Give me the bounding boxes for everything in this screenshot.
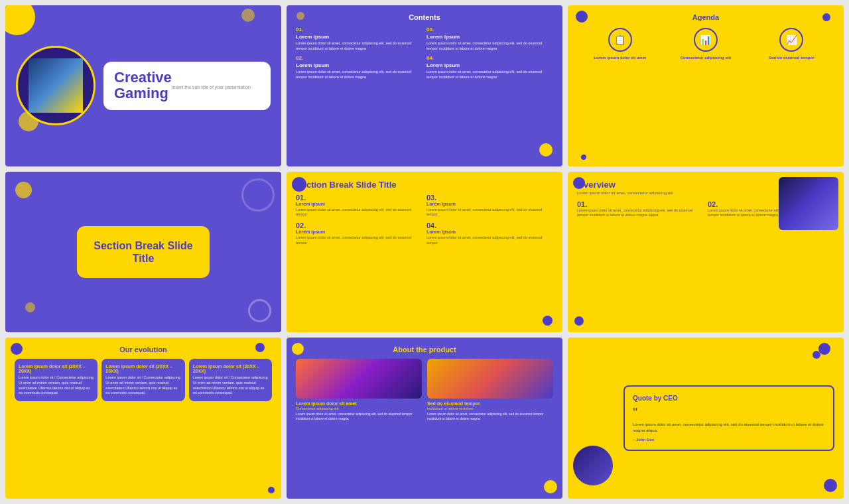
slide-1-image bbox=[16, 46, 96, 125]
slide-5: Section Break Slide Title 01. Lorem ipsu… bbox=[287, 172, 562, 333]
quote-title: Quote by CEO bbox=[633, 395, 825, 402]
point-text-04: Lorem ipsum dolor sit amet, consectetur … bbox=[426, 235, 553, 245]
agenda-icon-2: 📊 bbox=[694, 28, 718, 52]
point-02: 02. Lorem ipsum Lorem ipsum dolor sit am… bbox=[296, 221, 423, 245]
product-img-1 bbox=[296, 359, 422, 399]
content-item-03: 03. Lorem ipsum Lorem ipsum dolor sit am… bbox=[426, 27, 553, 51]
deco-circle-1 bbox=[5, 5, 35, 35]
point-title-04: Lorem ipsum bbox=[426, 229, 553, 234]
deco-s2-1 bbox=[539, 143, 553, 157]
point-text-02: Lorem ipsum dolor sit amet, consectetur … bbox=[296, 235, 423, 245]
slide-5-title: Section Break Slide Title bbox=[296, 180, 553, 190]
agenda-label-2: Consectetur adipiscing elit bbox=[663, 56, 748, 61]
tl-text-1: Lorem ipsum dolor sit / Consectetur adip… bbox=[19, 375, 94, 396]
slide-2-heading: Contents bbox=[296, 13, 553, 21]
content-num-01: 01. bbox=[296, 27, 423, 32]
content-title-04: Lorem ipsum bbox=[426, 62, 553, 68]
slide-1-subtitle: Insert the sub title of your presentatio… bbox=[172, 85, 251, 90]
tl-text-2: Lorem ipsum dolor sit / Consectetur adip… bbox=[105, 375, 180, 396]
quote-box: Quote by CEO " Lorem ipsum dolor sit ame… bbox=[623, 385, 834, 451]
content-title-01: Lorem ipsum bbox=[296, 34, 423, 40]
slide-3-heading: Agenda bbox=[577, 13, 834, 21]
content-text-01: Lorem ipsum dolor sit amet, consectetur … bbox=[296, 41, 423, 51]
quote-author: – John Doe bbox=[633, 438, 825, 442]
point-01: 01. Lorem ipsum Lorem ipsum dolor sit am… bbox=[296, 194, 423, 218]
slide-4-title-box: Section Break Slide Title bbox=[77, 226, 210, 278]
content-num-03: 03. bbox=[426, 27, 553, 32]
deco-s9-2 bbox=[813, 351, 820, 359]
product-item-2: Sed do eiusmod tempor Incididunt ut labo… bbox=[427, 359, 553, 420]
tl-item-1: Lorem ipsum dolor sit (20XX – 20XX) Lore… bbox=[15, 359, 98, 401]
deco-s4-3 bbox=[241, 178, 275, 212]
content-text-02: Lorem ipsum dolor sit amet, consectetur … bbox=[296, 70, 423, 80]
content-text-04: Lorem ipsum dolor sit amet, consectetur … bbox=[426, 70, 553, 80]
deco-circle-3 bbox=[241, 9, 255, 22]
agenda-item-2: 📊 Consectetur adipiscing elit bbox=[663, 28, 748, 61]
point-title-02: Lorem ipsum bbox=[296, 229, 423, 234]
slide-9: Quote by CEO " Lorem ipsum dolor sit ame… bbox=[568, 338, 844, 499]
quote-container: Quote by CEO " Lorem ipsum dolor sit ame… bbox=[623, 385, 834, 451]
content-num-04: 04. bbox=[426, 55, 553, 61]
point-num-03: 03. bbox=[426, 194, 553, 202]
ov-item-01: 01. Lorem ipsum dolor sit amet, consecte… bbox=[577, 200, 704, 218]
content-text-03: Lorem ipsum dolor sit amet, consectetur … bbox=[426, 41, 553, 51]
point-text-01: Lorem ipsum dolor sit amet, consectetur … bbox=[296, 208, 423, 218]
point-03: 03. Lorem ipsum Lorem ipsum dolor sit am… bbox=[426, 194, 553, 218]
slide-4-title: Section Break Slide Title bbox=[93, 239, 194, 265]
product-text-1: Lorem ipsum dolor sit amet, consectetur … bbox=[296, 412, 422, 420]
slide-4: Section Break Slide Title bbox=[5, 172, 281, 333]
point-num-01: 01. bbox=[296, 194, 423, 202]
slide-8-heading: About the product bbox=[296, 346, 553, 353]
product-title-2: Sed do eiusmod tempor bbox=[427, 401, 553, 406]
slide-8: About the product Lorem ipsum dolor sit … bbox=[287, 338, 562, 499]
content-title-03: Lorem ipsum bbox=[426, 34, 553, 40]
point-title-01: Lorem ipsum bbox=[296, 202, 423, 206]
deco-s8-2 bbox=[544, 480, 557, 493]
tl-date-2: Lorem ipsum dolor sit (20XX – 20XX) bbox=[105, 364, 180, 373]
tl-item-3: Lorem ipsum dolor sit (20XX – 20XX) Lore… bbox=[189, 359, 272, 401]
deco-s5-2 bbox=[543, 316, 553, 326]
slide-3-agenda: 📋 Lorem ipsum dolor sit amet 📊 Consectet… bbox=[577, 28, 834, 61]
robot-image bbox=[29, 58, 83, 113]
tl-item-2: Lorem ipsum dolor sit (20XX – 20XX) Lore… bbox=[101, 359, 184, 401]
deco-s7-3 bbox=[268, 487, 275, 493]
content-num-02: 02. bbox=[296, 55, 423, 61]
slide-2: Contents 01. Lorem ipsum Lorem ipsum dol… bbox=[287, 5, 562, 166]
deco-s4-1 bbox=[15, 182, 32, 198]
vr-image-2 bbox=[427, 359, 553, 399]
agenda-label-1: Lorem ipsum dolor sit amet bbox=[577, 56, 663, 61]
agenda-item-3: 📈 Sed do eiusmod tempor bbox=[749, 28, 834, 61]
deco-s4-4 bbox=[25, 302, 35, 312]
deco-s4-2 bbox=[248, 299, 271, 322]
agenda-label-3: Sed do eiusmod tempor bbox=[749, 56, 834, 61]
tl-text-3: Lorem ipsum dolor sit / Consectetur adip… bbox=[193, 375, 268, 396]
product-sub-1: Consectetur adipiscing elit bbox=[296, 407, 422, 410]
agenda-icon-1: 📋 bbox=[608, 28, 632, 52]
slide-5-grid: 01. Lorem ipsum Lorem ipsum dolor sit am… bbox=[296, 194, 553, 246]
deco-s9-3 bbox=[824, 479, 837, 492]
content-title-02: Lorem ipsum bbox=[296, 62, 423, 68]
ov-num-01: 01. bbox=[577, 200, 704, 208]
point-num-04: 04. bbox=[426, 221, 553, 229]
slide-2-grid: 01. Lorem ipsum Lorem ipsum dolor sit am… bbox=[296, 27, 553, 80]
product-sub-2: Incididunt ut labore et dolore bbox=[427, 407, 553, 410]
deco-s6-2 bbox=[574, 316, 584, 326]
slide-7-timeline: Lorem ipsum dolor sit (20XX – 20XX) Lore… bbox=[15, 359, 272, 401]
point-04: 04. Lorem ipsum Lorem ipsum dolor sit am… bbox=[426, 221, 553, 245]
tl-date-3: Lorem ipsum dolor sit (20XX – 20XX) bbox=[193, 364, 268, 373]
content-item-02: 02. Lorem ipsum Lorem ipsum dolor sit am… bbox=[296, 55, 423, 80]
product-img-2 bbox=[427, 359, 553, 399]
slide-1-title: Creative Gaming bbox=[114, 70, 172, 101]
slide-6: Overview Lorem ipsum dolor sit amet, con… bbox=[568, 172, 844, 333]
tl-date-1: Lorem ipsum dolor sit (20XX – 20XX) bbox=[19, 364, 94, 373]
vr-image-1 bbox=[296, 359, 422, 399]
quote-text: Lorem ipsum dolor sit amet, consectetur … bbox=[633, 422, 825, 434]
ceo-image bbox=[573, 446, 613, 485]
agenda-item-1: 📋 Lorem ipsum dolor sit amet bbox=[577, 28, 663, 61]
slide-8-products: Lorem ipsum dolor sit amet Consectetur a… bbox=[296, 359, 553, 420]
deco-s9-1 bbox=[818, 343, 830, 355]
slide-6-image bbox=[779, 177, 838, 230]
ceo-photo bbox=[573, 446, 613, 485]
slide-3: Agenda 📋 Lorem ipsum dolor sit amet 📊 Co… bbox=[568, 5, 844, 166]
deco-s3-3 bbox=[581, 155, 586, 160]
